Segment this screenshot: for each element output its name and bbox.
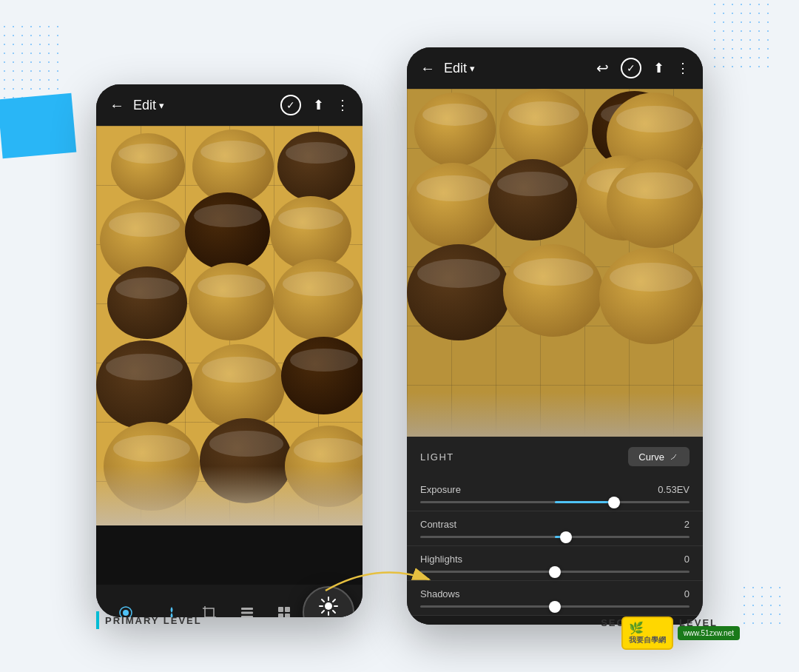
- auto-icon: [276, 605, 292, 617]
- svg-rect-8: [241, 612, 253, 614]
- curve-button[interactable]: Curve ⟋: [628, 447, 690, 466]
- exposure-value: 0.53EV: [658, 484, 690, 495]
- primary-level-container: PRIMARY LEVEL: [96, 611, 202, 629]
- svg-line-22: [322, 611, 324, 613]
- light-panel-header: LIGHT Curve ⟋: [407, 437, 703, 477]
- contrast-track[interactable]: [420, 536, 690, 538]
- right-edit-title: Edit ▾: [444, 61, 475, 76]
- left-edit-title: Edit ▾: [133, 98, 164, 113]
- highlights-slider-row: Highlights 0: [407, 546, 703, 581]
- highlights-value: 0: [684, 554, 690, 565]
- left-more-icon[interactable]: ⋮: [336, 97, 349, 113]
- left-header-icons: ✓ ⬆ ⋮: [280, 95, 349, 115]
- light-icon: [319, 597, 338, 616]
- profiles-icon: [239, 605, 255, 617]
- svg-line-21: [333, 599, 335, 602]
- exposure-track[interactable]: [420, 501, 690, 503]
- svg-rect-10: [278, 607, 283, 612]
- shadows-thumb[interactable]: [549, 601, 561, 613]
- svg-rect-12: [278, 614, 283, 617]
- phone-left: ← Edit ▾ ✓ ⬆ ⋮: [96, 84, 363, 617]
- crop-icon: [201, 605, 218, 617]
- left-check-button[interactable]: ✓: [280, 95, 301, 115]
- left-phone-header: ← Edit ▾ ✓ ⬆ ⋮: [96, 84, 363, 126]
- watermark-badge: 🌿 我要自學網: [621, 616, 673, 650]
- left-back-button[interactable]: ←: [109, 97, 124, 114]
- svg-point-14: [325, 602, 332, 610]
- auto-tool[interactable]: Auto: [270, 602, 298, 617]
- svg-line-19: [322, 599, 324, 602]
- light-panel-title: LIGHT: [420, 451, 454, 463]
- highlights-thumb[interactable]: [549, 566, 561, 578]
- svg-rect-11: [285, 607, 290, 612]
- contrast-value: 2: [684, 519, 690, 530]
- svg-rect-7: [241, 608, 253, 610]
- connecting-arrow: [318, 554, 436, 598]
- right-phone-header: ← Edit ▾ ↩ ✓ ⬆ ⋮: [407, 47, 703, 89]
- right-share-icon[interactable]: ⬆: [653, 60, 664, 76]
- right-photo-area: [407, 89, 703, 437]
- contrast-slider-row: Contrast 2: [407, 511, 703, 546]
- shadows-value: 0: [684, 588, 690, 599]
- exposure-slider-row: Exposure 0.53EV: [407, 477, 703, 511]
- primary-level-label: PRIMARY LEVEL: [96, 611, 202, 629]
- curve-icon: ⟋: [669, 451, 679, 463]
- contrast-thumb[interactable]: [560, 531, 572, 543]
- contrast-label: Contrast: [420, 519, 456, 530]
- watermark: 🌿 我要自學網 www.51zxw.net: [621, 616, 740, 650]
- shadows-track[interactable]: [420, 605, 690, 608]
- right-header-icons: ↩ ✓ ⬆ ⋮: [596, 58, 690, 78]
- phone-right: ← Edit ▾ ↩ ✓ ⬆ ⋮: [407, 47, 703, 625]
- exposure-thumb[interactable]: [608, 497, 620, 508]
- light-panel: LIGHT Curve ⟋ Exposure 0.53EV: [407, 437, 703, 625]
- svg-line-20: [333, 611, 335, 613]
- exposure-label: Exposure: [420, 484, 461, 495]
- left-photo-area: [96, 126, 363, 525]
- shadows-slider-row: Shadows 0: [407, 581, 703, 616]
- right-more-icon[interactable]: ⋮: [676, 60, 690, 76]
- right-back-button[interactable]: ←: [420, 60, 435, 77]
- left-cookie-photo: [96, 126, 363, 525]
- watermark-url: www.51zxw.net: [678, 626, 740, 640]
- svg-rect-9: [241, 616, 253, 617]
- profiles-tool[interactable]: Profiles: [228, 602, 266, 617]
- svg-rect-13: [285, 614, 290, 617]
- right-check-button[interactable]: ✓: [621, 58, 641, 78]
- left-share-icon[interactable]: ⬆: [313, 97, 324, 113]
- svg-rect-2: [205, 608, 214, 617]
- highlights-track[interactable]: [420, 571, 690, 573]
- undo-icon[interactable]: ↩: [596, 59, 609, 77]
- right-cookie-photo: [407, 89, 703, 437]
